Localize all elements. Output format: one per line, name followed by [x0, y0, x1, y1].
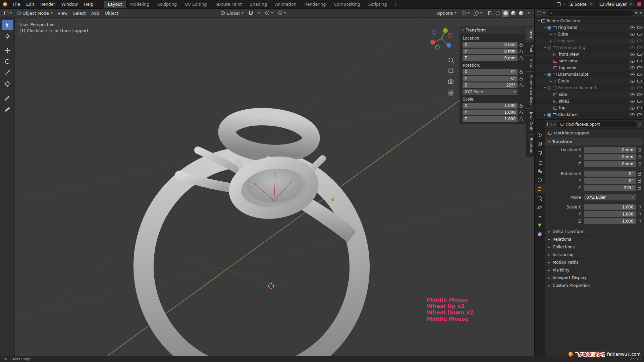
- properties-tab-view-layer[interactable]: [535, 157, 545, 166]
- outliner-row-referencediamond[interactable]: ▾Referencediamond: [535, 84, 644, 91]
- lock-icon[interactable]: [520, 71, 523, 74]
- transform-orientation-dropdown[interactable]: Global: [218, 10, 246, 17]
- snap-toggle-button[interactable]: [247, 10, 255, 17]
- transform-panel-header[interactable]: ▾ Transform: [545, 138, 643, 145]
- outliner-row-cube[interactable]: ▸▽Cube: [535, 31, 644, 38]
- rotation-mode-dropdown[interactable]: XYZ Euler: [460, 88, 526, 95]
- lock-icon[interactable]: [520, 58, 523, 60]
- workspace-tab-sculpting[interactable]: Sculpting: [153, 1, 181, 8]
- disable-in-renders-icon[interactable]: [637, 40, 641, 42]
- hide-in-viewport-icon[interactable]: [630, 93, 635, 96]
- properties-tab-render[interactable]: [535, 139, 545, 148]
- lock-icon[interactable]: [520, 112, 523, 114]
- remove-view-layer-icon[interactable]: ×: [629, 2, 632, 6]
- prop-location-z[interactable]: Z0 mm: [545, 161, 642, 167]
- lock-icon[interactable]: [520, 119, 523, 121]
- properties-tab-material[interactable]: [535, 230, 545, 239]
- panel-visibility[interactable]: ▸Visibility: [545, 266, 644, 274]
- hide-in-viewport-icon[interactable]: [630, 26, 635, 29]
- disable-in-renders-icon[interactable]: [637, 60, 641, 62]
- field-value[interactable]: 1.000: [584, 218, 636, 224]
- hide-in-viewport-icon[interactable]: [630, 66, 635, 69]
- field-value[interactable]: 1.000: [584, 204, 636, 210]
- ortho-grid-icon[interactable]: [449, 91, 453, 95]
- transform-tool[interactable]: [2, 78, 13, 89]
- chevron-down-icon[interactable]: [553, 124, 555, 125]
- properties-tab-physics[interactable]: [535, 202, 545, 212]
- options-dropdown[interactable]: Options: [434, 10, 459, 17]
- rotation-y-field[interactable]: Y0°: [460, 75, 526, 82]
- disable-in-renders-icon[interactable]: [637, 100, 641, 103]
- mode-dropdown[interactable]: Object Mode: [14, 10, 55, 17]
- location-y-field[interactable]: Y0 mm: [460, 48, 526, 55]
- panel-relations[interactable]: ▸Relations: [545, 235, 644, 243]
- collection-checkbox[interactable]: [547, 26, 551, 29]
- properties-tab-world[interactable]: [535, 175, 545, 184]
- menu-file[interactable]: File: [10, 0, 23, 8]
- lock-icon[interactable]: [520, 78, 523, 80]
- transform-panel-header[interactable]: ▾ Transform: [460, 26, 526, 34]
- properties-editor-icon[interactable]: [547, 123, 551, 126]
- disable-in-renders-icon[interactable]: [637, 107, 641, 109]
- lock-icon[interactable]: [520, 51, 523, 53]
- select-box-tool[interactable]: [2, 20, 13, 30]
- outliner-row-top-view[interactable]: top view: [535, 64, 644, 71]
- workspace-tab-rendering[interactable]: Rendering: [301, 1, 330, 8]
- panel-delta-transform[interactable]: ▸Delta Transform: [545, 228, 644, 235]
- annotate-tool[interactable]: [2, 93, 13, 103]
- field-value[interactable]: 0 mm: [584, 161, 636, 167]
- location-z-field[interactable]: Z0 mm: [460, 55, 526, 61]
- pivot-point-dropdown[interactable]: [263, 10, 275, 17]
- menu-help[interactable]: Help: [81, 0, 97, 8]
- field-value[interactable]: 0°: [584, 171, 636, 177]
- disable-in-renders-icon[interactable]: [637, 66, 641, 69]
- workspace-tab-animation[interactable]: Animation: [271, 1, 301, 8]
- outliner-row-ring-size[interactable]: ▸▽ring size: [535, 38, 644, 44]
- shading-settings-dropdown[interactable]: [525, 10, 532, 17]
- navigation-gizmo[interactable]: [430, 28, 452, 49]
- properties-tab-scene[interactable]: [535, 166, 545, 175]
- workspace-tab-scripting[interactable]: Scripting: [364, 1, 391, 8]
- scene-selector[interactable]: Scene ×: [568, 1, 595, 7]
- add-workspace-button[interactable]: +: [391, 1, 400, 8]
- field-value[interactable]: 225°: [584, 185, 636, 191]
- editor-type-button[interactable]: [2, 10, 14, 17]
- expand-arrow-icon[interactable]: ▸: [549, 79, 553, 83]
- prop-scale-x[interactable]: Scale X1.000: [545, 204, 642, 210]
- expand-arrow-icon[interactable]: ▾: [543, 46, 547, 49]
- expand-arrow-icon[interactable]: ▸: [543, 113, 547, 116]
- lock-icon[interactable]: [638, 214, 641, 216]
- disable-in-renders-icon[interactable]: [637, 93, 641, 96]
- properties-tab-data[interactable]: [535, 221, 545, 230]
- lock-icon[interactable]: [520, 85, 523, 87]
- move-tool[interactable]: [2, 45, 13, 56]
- rotation-z-field[interactable]: Z225°: [460, 82, 526, 88]
- properties-tab-object[interactable]: [535, 184, 545, 193]
- chevron-down-icon[interactable]: [563, 4, 565, 5]
- outliner-item-label[interactable]: top: [559, 106, 566, 110]
- overlays-dropdown[interactable]: [473, 10, 485, 17]
- xray-toggle[interactable]: [485, 10, 494, 17]
- proportional-editing-dropdown[interactable]: [276, 10, 288, 17]
- lock-icon[interactable]: [638, 164, 641, 166]
- collection-checkbox[interactable]: [547, 86, 551, 90]
- disable-in-renders-icon[interactable]: [637, 73, 641, 76]
- hide-in-viewport-icon[interactable]: [630, 100, 635, 103]
- outliner-item-label[interactable]: side2: [559, 99, 570, 104]
- outliner-row-side[interactable]: side: [535, 91, 644, 98]
- outliner-item-label[interactable]: Referencediamond: [558, 85, 596, 90]
- outliner-item-label[interactable]: ring size: [558, 39, 575, 43]
- tab-booltron[interactable]: Booltron: [526, 135, 534, 156]
- lock-icon[interactable]: [638, 149, 641, 152]
- outliner-row-front-view[interactable]: front view: [535, 51, 644, 58]
- outliner-item-label[interactable]: Scene Collection: [547, 18, 580, 23]
- workspace-tab-compositing[interactable]: Compositing: [330, 1, 364, 8]
- filter-icon[interactable]: [635, 12, 638, 14]
- tab-tool[interactable]: Tool: [526, 42, 534, 55]
- disable-in-renders-icon[interactable]: [637, 46, 641, 49]
- outliner-item-label[interactable]: side view: [559, 59, 578, 63]
- properties-tab-constraints[interactable]: [535, 212, 545, 221]
- properties-tab-modifiers[interactable]: [535, 193, 545, 202]
- tab-view[interactable]: View: [526, 56, 534, 71]
- outliner-row-diamondsculpt[interactable]: ▾Diamondsculpt: [535, 71, 644, 78]
